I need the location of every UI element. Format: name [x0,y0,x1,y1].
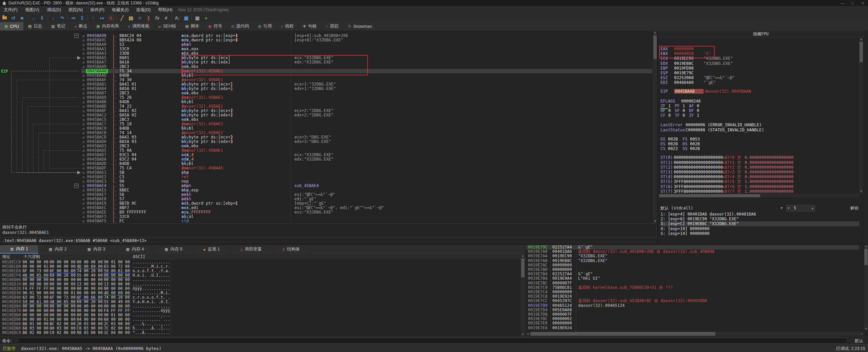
stack-row[interactable]: 0019E7B000000000 [526,267,859,272]
menu-收藏夹(I)[interactable]: 收藏夹(I) [108,6,132,14]
st-register-row[interactable]: ST(3)00000000000000000000x87r3空0.0000000… [660,170,859,174]
tab-CPU[interactable]: ▦CPU [0,22,24,31]
tab-句柄[interactable]: ❖句柄 [298,22,321,31]
dump-tab-结构体[interactable]: §结构体 [272,245,310,254]
breakpoint-dot[interactable] [82,61,85,64]
tab-引用[interactable]: ◎引用 [254,22,277,31]
disasm-scrollbar[interactable]: ▲ ▼ [653,31,657,223]
segment-row[interactable]: ES002BDS002B [660,142,859,146]
breakpoint-dot[interactable] [82,132,85,134]
stack-row[interactable]: 0019E7B4022527A4&"`gE" [526,272,859,276]
maximize-button[interactable]: □ [848,0,858,6]
breakpoint-dot[interactable] [82,220,85,223]
breakpoint-dot[interactable] [82,48,85,51]
menu-文件(F)[interactable]: 文件(F) [0,6,21,14]
dump-tab-内存 3[interactable]: ▦内存 3 [77,245,116,254]
register-row[interactable]: EBP0019FD98 [660,66,859,71]
dump-scrollbar[interactable]: ▲ ▼ [521,254,525,337]
breakpoint-dot[interactable] [82,185,85,187]
stack-row[interactable]: 0019E7D80000007F [526,312,859,317]
eflags-row[interactable]: EFLAGS00000246 [660,99,859,104]
breakpoints-icon[interactable]: ∥ [144,14,153,22]
unlock-button[interactable]: 解锁 [850,204,859,212]
stack-hscrollbar[interactable]: ◄ ► [526,332,864,336]
stack-row[interactable]: 0019E7C400000000 [526,290,859,294]
fold-toggle[interactable]: − [74,184,79,188]
stack-row[interactable]: 0019E7D000465124daxxor(32).00465124 [526,303,859,308]
breakpoint-dot[interactable] [82,119,85,121]
dump-tab-内存 5[interactable]: ▦内存 5 [154,245,193,254]
globe-icon[interactable]: ● [202,14,211,22]
breakpoint-dot[interactable] [82,44,85,46]
fpu-scrollbar[interactable] [658,194,859,198]
register-row-eip[interactable]: EIP0045BAABdaxxor(32).0045BAAB [660,89,859,94]
open-folder-icon[interactable] [0,14,9,22]
register-row[interactable]: ECX0019EC90"X32DBG.EXE" [660,56,859,61]
tab-脚本[interactable]: ▤脚本 [181,22,204,31]
breakpoint-dot[interactable] [82,167,85,170]
breakpoint-dot[interactable] [82,145,85,148]
dump-tab-内存 2[interactable]: ▦内存 2 [39,245,77,254]
dump-tab-内存 1[interactable]: ▦内存 1 [0,245,39,254]
register-row[interactable]: EDX0019EB8C"X32DBG.EXE" [660,61,859,66]
breakpoint-dot[interactable] [82,216,85,218]
tab-断点[interactable]: ●断点 [70,22,92,31]
tab-日志[interactable]: ▤日志 [24,22,47,31]
dump-panel[interactable]: ▦内存 1▦内存 2▦内存 3▦内存 4▦内存 5●监视 1χ局部变量§结构体 … [0,244,525,337]
stop-icon[interactable]: ■ [18,14,26,22]
menu-视图(V)[interactable]: 视图(V) [21,6,43,14]
breakpoint-dot[interactable] [82,110,85,112]
breakpoint-dot[interactable] [82,198,85,201]
breakpoint-dot[interactable] [82,136,85,139]
tab-SEH链[interactable]: ∞SEH链 [154,22,181,31]
breakpoint-dot[interactable] [82,176,85,179]
minimize-button[interactable]: — [837,0,848,6]
disassembly-panel[interactable]: EIP −0045BA98.8B4C24 04mov ecx,dword ptr… [0,31,657,223]
st-register-row[interactable]: ST(0)00000000000000000000x87r0空0.0000000… [660,155,859,160]
disasm-row[interactable]: 0045BAF5.FCcld [0,219,652,223]
breakpoint-dot[interactable] [82,207,85,209]
laststatus-row[interactable]: LastStatusC0000008 (STATUS_INVALID_HANDL… [660,128,859,132]
menu-帮助(H)[interactable]: 帮助(H) [154,6,176,14]
register-row[interactable]: ESI02252068"嗳C"==&"`~@" [660,75,859,80]
stack-arg-row[interactable]: 5: [esp+14] 00000000 [660,231,859,236]
breakpoint-dot[interactable] [82,39,85,42]
st-register-row[interactable]: ST(5)3FFF8000000000000000x87r5空1.0000000… [660,179,859,184]
stack-row[interactable]: 0019E7E000000000 [526,321,859,326]
stack-arg-row[interactable]: 2: [esp+8] 0019EC90 "X32DBG.EXE" [660,217,859,221]
breakpoint-dot[interactable] [82,194,85,196]
stack-row[interactable]: 0019E7CC0045397C返回到 daxxor(32).sub_4538A… [526,299,859,303]
stack-row[interactable]: 0019E7C075B0DC81返回到 kernelbase.sub_75B0D… [526,285,859,290]
breakpoint-dot[interactable] [82,203,85,205]
fx-icon[interactable]: fx [153,14,162,22]
stack-row[interactable]: 0019E7A80019EB8C"X32DBG.EXE" [526,259,859,263]
chevron-down-icon[interactable]: ▼ [781,204,783,212]
args-count-spinner[interactable]: ▼ 5 ▲ [786,205,815,211]
menu-跟踪(N)[interactable]: 跟踪(N) [65,6,86,14]
breakpoint-dot[interactable] [82,97,85,99]
skip-icon[interactable]: S [106,14,115,22]
breakpoint-dot[interactable] [82,189,85,192]
breakpoint-dot[interactable] [82,106,85,108]
breakpoint-dot[interactable] [82,172,85,174]
dump-tab-内存 4[interactable]: ▦内存 4 [116,245,155,254]
step-over-icon[interactable]: ↷ [58,14,66,22]
breakpoint-dot[interactable] [82,92,85,95]
tab-笔记[interactable]: ▥笔记 [47,22,70,31]
menu-调试(D)[interactable]: 调试(D) [43,6,65,14]
comment-icon[interactable]: ▤ [126,14,135,22]
breakpoint-dot[interactable] [82,75,85,77]
stack-row[interactable]: 0019E7D4005E0A08 [526,308,859,312]
calculator-icon[interactable]: ▦ [193,14,202,22]
register-row[interactable]: ESP0019E79C [660,71,859,75]
st-register-row[interactable]: ST(6)3FFF8000000000000000x87r6空1.0000000… [660,184,859,189]
breakpoint-dot[interactable] [82,150,85,152]
stack-scrollbar[interactable]: ▲ ▼ [864,244,868,331]
st-register-row[interactable]: ST(1)00000000000000000000x87r1空0.0000000… [660,160,859,165]
chevron-down-icon[interactable]: ▼ [788,205,789,211]
flags-row[interactable]: OF0SF0DF0 [660,108,859,113]
tab-Snowman[interactable]: ☃Snowman [343,22,377,31]
tab-内存布局[interactable]: ▦内存布局 [92,22,123,31]
breakpoint-dot[interactable] [82,70,85,73]
stack-row[interactable]: 0019E7E40019E924 [526,326,859,330]
